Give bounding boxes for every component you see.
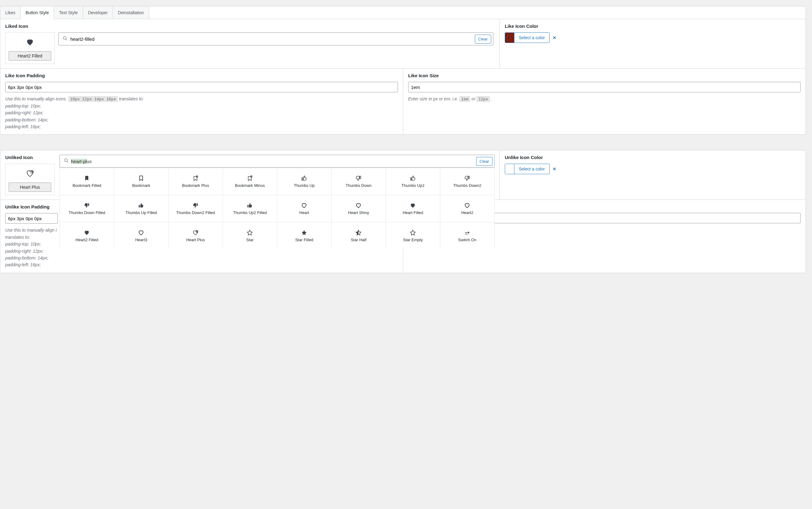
unlike-color-select-button[interactable]: Select a color (505, 164, 550, 174)
unliked-icon-section: Unliked Icon Heart Plus heart-plus Clear… (0, 150, 499, 200)
unlike-color-swatch (505, 164, 515, 174)
icon-option-thumbs-down2-filled[interactable]: Thumbs Down2 Filled (169, 195, 223, 223)
like-padding-section: Like Icon Padding Use this to manually a… (0, 69, 403, 134)
icon-option-heart-shiny[interactable]: Heart Shiny (331, 195, 386, 223)
liked-icon-section: Liked Icon Heart2 Filled Clear (0, 19, 499, 68)
heart-plus-icon (9, 167, 51, 182)
like-size-section: Like Icon Size Enter size in px or em: i… (403, 69, 806, 134)
tab-developer[interactable]: Developer (83, 6, 113, 19)
icon-option-bookmark[interactable]: Bookmark (114, 168, 169, 195)
unlike-color-reset-button[interactable]: ✕ (553, 167, 556, 171)
like-color-section: Like Icon Color Select a color ✕ (499, 19, 806, 68)
icon-option-thumbs-down[interactable]: Thumbs Down (331, 168, 386, 195)
like-padding-help: Use this to manually align icons. 10px 1… (5, 96, 398, 130)
icon-grid: Bookmark FilledBookmarkBookmark PlusBook… (60, 168, 495, 249)
icon-option-star-empty[interactable]: Star Empty (386, 223, 440, 249)
icon-option-heart-plus[interactable]: Heart Plus (169, 223, 223, 249)
like-color-reset-button[interactable]: ✕ (553, 35, 556, 40)
icon-option-bookmark-plus[interactable]: Bookmark Plus (169, 168, 223, 195)
icon-option-thumbs-down-filled[interactable]: Thumbs Down Filled (60, 195, 114, 223)
icon-picker-dropdown: heart-plus Clear Bookmark FilledBookmark… (60, 155, 495, 249)
icon-option-heart[interactable]: Heart (277, 195, 331, 223)
icon-option-star-half[interactable]: Star Half (331, 223, 386, 249)
tab-deinstallation[interactable]: Deinstallation (113, 6, 149, 19)
icon-option-bookmark-minus[interactable]: Bookmark Minus (223, 168, 277, 195)
tab-likes[interactable]: Likes (0, 6, 21, 19)
heart2-filled-icon (9, 36, 51, 51)
like-color-label: Select a color (515, 33, 549, 43)
liked-icon-caption: Heart2 Filled (9, 51, 51, 61)
icon-option-thumbs-up-filled[interactable]: Thumbs Up Filled (114, 195, 169, 223)
settings-panel: Likes Button Style Text Style Developer … (0, 6, 806, 135)
tab-text-style[interactable]: Text Style (54, 6, 83, 19)
unlike-color-label: Select a color (515, 164, 549, 174)
like-size-help: Enter size in px or em: i.e. 1em or 12px… (408, 96, 801, 103)
icon-option-bookmark-filled[interactable]: Bookmark Filled (60, 168, 114, 195)
unliked-icon-caption: Heart Plus (9, 182, 51, 192)
liked-icon-title: Liked Icon (5, 24, 495, 29)
unliked-icon-clear-button[interactable]: Clear (476, 157, 492, 166)
search-icon (61, 36, 70, 43)
icon-option-heart2-filled[interactable]: Heart2 Filled (60, 223, 114, 249)
icon-option-heart2[interactable]: Heart2 (440, 195, 495, 223)
icon-option-heart3[interactable]: Heart3 (114, 223, 169, 249)
like-padding-input[interactable] (5, 82, 398, 92)
unlike-color-section: Unlike Icon Color Select a color ✕ (499, 150, 806, 200)
icon-option-thumbs-down2[interactable]: Thumbs Down2 (440, 168, 495, 195)
icon-option-thumbs-up2[interactable]: Thumbs Up2 (386, 168, 440, 195)
unlike-color-title: Unlike Icon Color (505, 155, 801, 160)
like-size-input[interactable] (408, 82, 801, 92)
search-icon (62, 158, 71, 165)
icon-option-thumbs-up2-filled[interactable]: Thumbs Up2 Filled (223, 195, 277, 223)
icon-option-star[interactable]: Star (223, 223, 277, 249)
unliked-icon-search[interactable]: heart-plus Clear (60, 155, 495, 168)
icon-option-switch-on[interactable]: Switch On (440, 223, 495, 249)
liked-icon-preview: Heart2 Filled (5, 32, 55, 64)
like-color-select-button[interactable]: Select a color (505, 32, 550, 43)
unliked-icon-preview: Heart Plus (5, 164, 55, 195)
icon-option-star-filled[interactable]: Star Filled (277, 223, 331, 249)
tabs: Likes Button Style Text Style Developer … (0, 6, 806, 19)
liked-icon-search[interactable]: Clear (58, 32, 493, 45)
tab-button-style[interactable]: Button Style (21, 6, 54, 19)
like-padding-title: Like Icon Padding (5, 73, 398, 78)
icon-option-thumbs-up[interactable]: Thumbs Up (277, 168, 331, 195)
like-size-title: Like Icon Size (408, 73, 801, 78)
settings-panel-2: Unliked Icon Heart Plus heart-plus Clear… (0, 150, 806, 273)
like-color-swatch (505, 33, 515, 43)
unlike-padding-input[interactable] (5, 213, 58, 224)
icon-option-heart-filled[interactable]: Heart Filled (386, 195, 440, 223)
like-color-title: Like Icon Color (505, 24, 801, 29)
unliked-icon-search-input[interactable]: heart-plus (71, 159, 476, 164)
liked-icon-clear-button[interactable]: Clear (475, 35, 491, 43)
liked-icon-search-input[interactable] (70, 36, 475, 42)
